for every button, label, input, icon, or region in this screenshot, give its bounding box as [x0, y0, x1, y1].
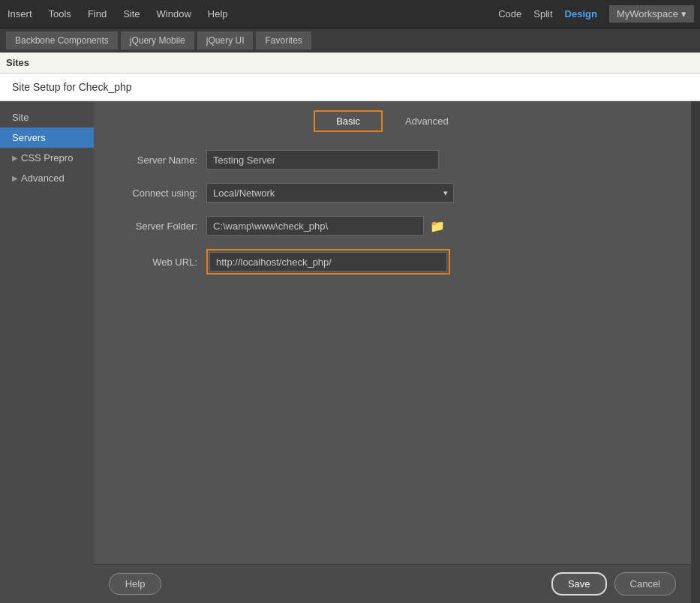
server-name-label: Server Name: — [116, 154, 206, 166]
server-name-row: Server Name: — [116, 150, 668, 170]
connect-using-label: Connect using: — [116, 188, 206, 199]
server-folder-input[interactable] — [206, 216, 424, 236]
folder-input-wrapper: 📁 — [206, 216, 446, 236]
menu-insert[interactable]: Insert — [6, 5, 34, 22]
toolbar-row: Backbone Components jQuery Mobile jQuery… — [0, 28, 700, 52]
form-area: Server Name: Connect using: Local/Networ… — [94, 138, 691, 564]
tab-advanced[interactable]: Advanced — [383, 110, 471, 132]
sites-label: Sites — [6, 57, 29, 68]
sites-bar: Sites — [0, 52, 700, 74]
footer-right-buttons: Save Cancel — [551, 572, 676, 596]
web-url-input[interactable] — [209, 252, 447, 272]
connect-using-row: Connect using: Local/Network FTP SFTP We… — [116, 183, 668, 202]
menu-code[interactable]: Code — [498, 8, 521, 20]
menu-help[interactable]: Help — [206, 5, 230, 22]
sidebar-item-css-preprocessors[interactable]: ▶ CSS Prepro — [0, 148, 94, 168]
right-panel: Basic Advanced Server Name: Connect usin… — [94, 101, 691, 603]
main-content: Site Setup for Check_php Site Servers ▶ … — [0, 74, 700, 603]
toolbar-tab-jquery-ui[interactable]: jQuery UI — [197, 32, 254, 50]
cancel-button[interactable]: Cancel — [614, 572, 676, 596]
menu-left: Insert Tools Find Site Window Help — [6, 5, 498, 22]
folder-icon: 📁 — [430, 220, 445, 232]
workspace-label: MyWorkspace — [617, 8, 678, 20]
folder-browse-button[interactable]: 📁 — [428, 218, 446, 235]
tab-bar: Basic Advanced — [94, 101, 691, 138]
web-url-row: Web URL: — [116, 249, 668, 274]
dialog-footer: Help Save Cancel — [94, 564, 691, 603]
menu-right: Code Split Design MyWorkspace ▾ — [498, 5, 694, 22]
server-folder-row: Server Folder: 📁 — [116, 216, 668, 236]
toolbar-tab-jquery-mobile[interactable]: jQuery Mobile — [121, 32, 194, 50]
sidebar-item-servers[interactable]: Servers — [0, 128, 94, 148]
workspace-button[interactable]: MyWorkspace ▾ — [609, 5, 694, 22]
help-button[interactable]: Help — [109, 573, 161, 595]
tab-basic[interactable]: Basic — [314, 110, 383, 132]
dialog-body: Site Servers ▶ CSS Prepro ▶ Advanced Bas… — [0, 101, 700, 603]
workspace-chevron-icon: ▾ — [681, 8, 686, 20]
expand-icon: ▶ — [12, 174, 18, 182]
menu-bar: Insert Tools Find Site Window Help Code … — [0, 0, 700, 28]
sidebar-item-site[interactable]: Site — [0, 107, 94, 128]
expand-icon: ▶ — [12, 154, 18, 162]
server-folder-label: Server Folder: — [116, 220, 206, 232]
sidebar: Site Servers ▶ CSS Prepro ▶ Advanced — [0, 101, 94, 603]
server-name-input[interactable] — [206, 150, 439, 170]
connect-using-wrapper: Local/Network FTP SFTP WebDAV ▾ — [206, 183, 454, 202]
menu-tools[interactable]: Tools — [47, 5, 73, 22]
web-url-label: Web URL: — [116, 256, 206, 268]
toolbar-tab-backbone[interactable]: Backbone Components — [6, 32, 118, 50]
connect-using-select[interactable]: Local/Network FTP SFTP WebDAV — [206, 183, 454, 202]
sidebar-item-advanced[interactable]: ▶ Advanced — [0, 168, 94, 188]
web-url-input-wrapper — [206, 249, 450, 274]
menu-window[interactable]: Window — [155, 5, 193, 22]
menu-design[interactable]: Design — [565, 8, 597, 20]
menu-find[interactable]: Find — [86, 5, 108, 22]
menu-split[interactable]: Split — [533, 8, 552, 20]
right-scrollbar[interactable] — [691, 101, 700, 603]
menu-site[interactable]: Site — [122, 5, 141, 22]
toolbar-tab-favorites[interactable]: Favorites — [256, 32, 311, 50]
save-button[interactable]: Save — [551, 572, 607, 596]
dialog-title: Site Setup for Check_php — [0, 74, 700, 101]
